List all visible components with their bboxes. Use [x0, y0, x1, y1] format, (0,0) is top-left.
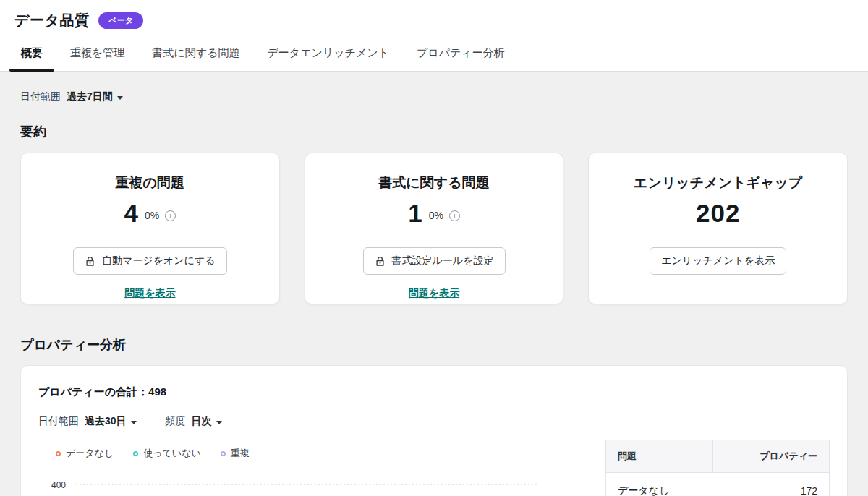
issues-table-column: 問題プロパティー データなし172 — [605, 440, 830, 496]
beta-badge: ベータ — [98, 12, 143, 29]
page-title: データ品質 — [14, 11, 89, 30]
issues-table-head: 問題プロパティー — [606, 440, 830, 473]
legend-item-2[interactable]: 重複 — [221, 447, 250, 460]
property-total-value: 498 — [148, 385, 166, 398]
legend-marker-icon — [221, 451, 226, 456]
card-count-row: 202 — [589, 195, 847, 231]
summary-card-formatting-issues: 書式に関する問題10%i書式設定ルールを設定問題を表示 — [305, 153, 564, 304]
card-count-row: 40%i — [21, 195, 279, 231]
chart-date-range-filter: 日付範囲 過去30日 — [38, 415, 137, 428]
card-percent: 0% — [429, 210, 443, 221]
line-chart: 400 — [38, 477, 585, 496]
chart-controls: 日付範囲 過去30日 頻度 日次 — [38, 415, 830, 428]
card-count: 4 — [124, 199, 138, 228]
info-icon[interactable]: i — [165, 210, 176, 221]
issues-table-body: データなし172 — [606, 473, 830, 496]
date-range-label: 日付範囲 — [20, 90, 61, 103]
table-row[interactable]: データなし172 — [606, 473, 830, 496]
date-range-dropdown[interactable]: 過去7日間 — [67, 90, 123, 103]
summary-card-duplicate-issues: 重複の問題40%i自動マージをオンにする問題を表示 — [20, 153, 280, 304]
line-chart-svg — [76, 477, 546, 496]
tab-bar: 概要重複を管理書式に関する問題データエンリッチメントプロパティー分析 — [0, 36, 868, 71]
main-content: 日付範囲 過去7日間 要約 重複の問題40%i自動マージをオンにする問題を表示書… — [0, 90, 868, 496]
tab-formatting-issues[interactable]: 書式に関する問題 — [138, 36, 253, 71]
chart-legend: データなし使っていない重複 — [56, 447, 585, 460]
frequency-label: 頻度 — [166, 415, 186, 428]
chevron-down-icon — [117, 96, 123, 100]
summary-cards: 重複の問題40%i自動マージをオンにする問題を表示書式に関する問題10%i書式設… — [20, 153, 848, 304]
summary-heading: 要約 — [20, 123, 848, 140]
view-enrichment-button[interactable]: エンリッチメントを表示 — [650, 247, 786, 275]
issue-cell: データなし — [606, 473, 713, 496]
property-insights-panel: プロパティーの合計：498 日付範囲 過去30日 頻度 日次 — [20, 365, 848, 496]
property-total: プロパティーの合計：498 — [38, 385, 830, 399]
frequency-dropdown[interactable]: 日次 — [192, 415, 222, 428]
issues-table-header-0: 問題 — [606, 440, 713, 473]
chart-date-range-dropdown[interactable]: 過去30日 — [85, 415, 137, 428]
card-title: エンリッチメントギャップ — [589, 174, 847, 192]
lock-icon — [85, 256, 95, 267]
legend-marker-icon — [133, 451, 138, 456]
info-icon[interactable]: i — [449, 210, 460, 221]
legend-marker-icon — [56, 451, 61, 456]
button-label: 自動マージをオンにする — [102, 255, 216, 268]
chevron-down-icon — [216, 421, 222, 424]
chart-column: データなし使っていない重複 400 — [38, 440, 585, 496]
tab-property-insights[interactable]: プロパティー分析 — [403, 36, 519, 71]
frequency-filter: 頻度 日次 — [166, 415, 222, 428]
legend-label: 重複 — [231, 447, 250, 460]
card-count: 1 — [408, 199, 422, 228]
card-percent: 0% — [145, 210, 159, 221]
property-total-label: プロパティーの合計： — [38, 385, 148, 398]
data-quality-page: データ品質 ベータ 概要重複を管理書式に関する問題データエンリッチメントプロパテ… — [0, 0, 868, 496]
view-issues-link[interactable]: 問題を表示 — [409, 287, 459, 299]
card-link-row: 問題を表示 — [21, 286, 279, 300]
card-title: 書式に関する問題 — [305, 174, 563, 192]
set-formatting-rules-button[interactable]: 書式設定ルールを設定 — [363, 247, 506, 275]
date-range-value: 過去7日間 — [67, 90, 113, 103]
card-count: 202 — [696, 199, 740, 228]
date-range-filter: 日付範囲 過去7日間 — [20, 90, 848, 103]
issues-table-header-1: プロパティー — [713, 440, 830, 473]
legend-item-1[interactable]: 使っていない — [133, 447, 201, 460]
view-issues-link[interactable]: 問題を表示 — [124, 287, 175, 299]
issues-table: 問題プロパティー データなし172 — [605, 440, 830, 496]
legend-label: 使っていない — [143, 447, 201, 460]
tab-overview[interactable]: 概要 — [7, 36, 56, 71]
lock-icon — [375, 256, 386, 267]
card-count-row: 10%i — [305, 195, 563, 231]
legend-label: データなし — [66, 447, 114, 460]
plot-area — [76, 477, 546, 496]
legend-item-0[interactable]: データなし — [56, 447, 114, 460]
tab-data-enrichment[interactable]: データエンリッチメント — [253, 36, 403, 71]
chart-date-range-value: 過去30日 — [85, 415, 127, 428]
card-title: 重複の問題 — [21, 174, 279, 192]
title-row: データ品質 ベータ — [0, 0, 868, 36]
page-header: データ品質 ベータ 概要重複を管理書式に関する問題データエンリッチメントプロパテ… — [0, 0, 868, 72]
chart-and-table: データなし使っていない重複 400 問題プロパティー データなし172 — [38, 440, 830, 496]
property-count-cell: 172 — [713, 473, 830, 496]
button-label: 書式設定ルールを設定 — [392, 255, 494, 268]
frequency-value: 日次 — [192, 415, 212, 428]
summary-card-enrichment-gaps: エンリッチメントギャップ202エンリッチメントを表示 — [588, 153, 848, 304]
y-axis-tick: 400 — [38, 477, 66, 496]
button-label: エンリッチメントを表示 — [661, 255, 775, 268]
enable-auto-merge-button[interactable]: 自動マージをオンにする — [73, 247, 227, 275]
chart-date-range-label: 日付範囲 — [38, 415, 79, 428]
chevron-down-icon — [131, 421, 137, 424]
tab-manage-duplicates[interactable]: 重複を管理 — [56, 36, 138, 71]
property-insights-heading: プロパティー分析 — [20, 336, 848, 354]
card-link-row: 問題を表示 — [305, 286, 563, 300]
